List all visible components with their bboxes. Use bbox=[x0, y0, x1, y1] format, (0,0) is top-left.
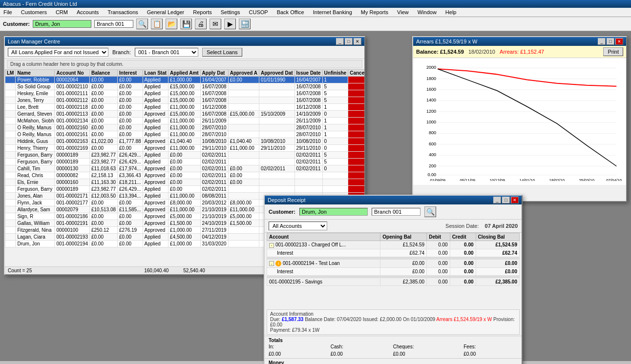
table-row[interactable]: Henry, Thierry001-00002169£0.00£0.00Appr… bbox=[5, 145, 365, 152]
table-row[interactable]: Hiddink, Guus001-00002163£1,022.00£1,777… bbox=[5, 138, 365, 145]
table-row[interactable]: Ferguson, Barry00000189£23,982.77£26,429… bbox=[5, 186, 365, 193]
back-btn[interactable]: 🔙 bbox=[239, 19, 251, 29]
col-status[interactable]: Loan Stat bbox=[143, 70, 168, 77]
deposit-accounts-row: All Accounts Session Date: 07 April 2020 bbox=[265, 220, 522, 233]
svg-text:10/12/09: 10/12/09 bbox=[489, 179, 505, 181]
collapse-icon-1[interactable]: - bbox=[269, 243, 274, 248]
totals-cash-value: £0.00 bbox=[331, 351, 385, 357]
col-account[interactable]: Account No bbox=[55, 70, 90, 77]
collapse-icon-2[interactable]: - bbox=[269, 261, 274, 266]
deposit-accounts-table: Account Opening Bal Debit Credit Closing… bbox=[267, 233, 520, 286]
table-row[interactable]: Power, Robbie00002064£0.00£0.00Applied£1… bbox=[5, 77, 365, 83]
totals-cheques-label: Cheques: bbox=[393, 344, 456, 349]
col-interest[interactable]: Interest bbox=[118, 70, 143, 77]
table-row[interactable]: Cahill, Tim00000130£11,018.63£17,974...A… bbox=[5, 165, 365, 172]
col-issue-date[interactable]: Issue Date bbox=[294, 70, 322, 77]
arrears-header: Balance: £1,524.59 18/02/2010 Arrears: £… bbox=[413, 46, 626, 58]
open-btn[interactable]: 📂 bbox=[166, 19, 177, 29]
deposit-accounts-container[interactable]: Account Opening Bal Debit Credit Closing… bbox=[265, 233, 522, 308]
branch-select[interactable]: 001 - Branch 001 bbox=[135, 48, 198, 57]
menu-crm[interactable]: CRM bbox=[54, 9, 69, 16]
menu-accounts[interactable]: Accounts bbox=[75, 9, 100, 16]
menu-cusop[interactable]: CUSOP bbox=[248, 9, 270, 16]
menu-general-ledger[interactable]: General Ledger bbox=[146, 9, 186, 16]
table-row[interactable]: 001-00002195 - Savings £2,385.00 0.00 0.… bbox=[267, 278, 520, 286]
save-btn[interactable]: 💾 bbox=[180, 19, 192, 29]
ai-arrears-value: £1,524.59/19 x W bbox=[454, 317, 492, 322]
table-row[interactable]: -!001-00002194 - Test Loan £0.00 0.00 0.… bbox=[267, 259, 520, 268]
svg-text:400: 400 bbox=[429, 152, 436, 157]
deposit-customer-input[interactable] bbox=[299, 208, 368, 216]
deposit-branch-input[interactable] bbox=[372, 208, 421, 216]
table-row[interactable]: O Reilly, Manus001-00002160£0.00£0.00App… bbox=[5, 124, 365, 131]
new-btn[interactable]: 📋 bbox=[151, 19, 163, 29]
arrears-close-btn[interactable]: ✕ bbox=[615, 38, 623, 45]
totals-fees-value: £0.00 bbox=[463, 351, 518, 357]
svg-text:05/11/09: 05/11/09 bbox=[460, 179, 475, 181]
arrears-minimize-btn[interactable]: _ bbox=[598, 38, 606, 45]
close-btn[interactable]: ✕ bbox=[354, 38, 361, 45]
menu-internet-banking[interactable]: Internet Banking bbox=[312, 9, 354, 16]
deposit-restore-btn[interactable]: □ bbox=[502, 197, 510, 203]
ai-payment-label: Payment: bbox=[270, 327, 291, 333]
ai-due-label: Due: bbox=[270, 317, 280, 322]
forward-btn[interactable]: ▶ bbox=[224, 19, 236, 29]
dep-col-credit: Credit bbox=[450, 233, 476, 241]
menu-help[interactable]: Help bbox=[444, 9, 458, 16]
ai-arrears-label: Arrears bbox=[436, 317, 452, 322]
col-apply-date[interactable]: Apply Dat bbox=[200, 70, 228, 77]
col-unfinished[interactable]: Unfinishe bbox=[322, 70, 348, 77]
menu-view[interactable]: View bbox=[396, 9, 410, 16]
branch-input[interactable] bbox=[94, 20, 133, 28]
loan-filter-select[interactable]: All Loans Applied For and not Issued bbox=[8, 48, 108, 57]
svg-text:1600: 1600 bbox=[426, 87, 436, 92]
svg-text:600: 600 bbox=[429, 142, 436, 146]
menu-settings[interactable]: Settings bbox=[219, 9, 242, 16]
email-btn[interactable]: ✉ bbox=[210, 19, 221, 29]
deposit-accounts-select[interactable]: All Accounts bbox=[269, 222, 327, 230]
menu-my-reports[interactable]: My Reports bbox=[359, 9, 390, 16]
table-row[interactable]: Els, Ernie00000160£11,163.30£18,211...Ap… bbox=[5, 179, 365, 186]
select-loans-btn[interactable]: Select Loans bbox=[202, 48, 242, 57]
table-row[interactable]: Gerrard, Steven001-00002113£0.00£0.00App… bbox=[5, 111, 365, 118]
table-row[interactable]: Jones, Terry001-00002112£0.00£0.00Applie… bbox=[5, 97, 365, 104]
menu-window[interactable]: Window bbox=[416, 9, 438, 16]
print-btn[interactable]: 🖨 bbox=[195, 19, 207, 29]
deposit-search-btn[interactable]: 🔍 bbox=[424, 206, 436, 217]
table-row[interactable]: Lee, Brett001-00002118£0.00£0.00Applied£… bbox=[5, 104, 365, 111]
branch-label: Branch: bbox=[112, 49, 131, 55]
table-row[interactable]: So Solid Group001-00002110£0.00£0.00Appl… bbox=[5, 83, 365, 90]
deposit-minimize-btn[interactable]: _ bbox=[493, 197, 501, 203]
table-row[interactable]: Heskey, Emile001-00002111£0.00£0.00Appli… bbox=[5, 90, 365, 97]
table-row[interactable]: Read, Chris00000082£2,158.13£3,366.43App… bbox=[5, 172, 365, 179]
svg-text:1400: 1400 bbox=[426, 98, 436, 102]
table-row[interactable]: Ferguson, Barry00000189£23,982.77£26,429… bbox=[5, 159, 365, 165]
menu-file[interactable]: File bbox=[2, 9, 14, 16]
menu-back-office[interactable]: Back Office bbox=[275, 9, 306, 16]
arrears-titlebar: Arrears £1,524.59/19 x W _ □ ✕ bbox=[413, 37, 626, 46]
minimize-btn[interactable]: _ bbox=[336, 38, 344, 45]
col-balance[interactable]: Balance bbox=[89, 70, 117, 77]
arrears-date: 18/02/2010 bbox=[468, 49, 495, 55]
col-lm[interactable]: LM bbox=[5, 70, 16, 77]
col-applied-amt[interactable]: Applied Amt bbox=[168, 70, 201, 77]
col-approved-a[interactable]: Approved A bbox=[228, 70, 259, 77]
ai-due-value: £1,587.33 bbox=[282, 317, 304, 322]
table-row[interactable]: O Reilly, Manus001-00002161£0.00£0.00App… bbox=[5, 131, 365, 138]
col-approved-date[interactable]: Approved Dat bbox=[259, 70, 294, 77]
table-row[interactable]: Ferguson, Barry00000189£23,982.77£26,429… bbox=[5, 152, 365, 159]
deposit-close-btn[interactable]: ✕ bbox=[511, 197, 519, 203]
menu-customers[interactable]: Customers bbox=[20, 9, 48, 16]
table-row[interactable]: McMahon, Siobhán001-00002134£0.00£0.00Ap… bbox=[5, 118, 365, 124]
menu-reports[interactable]: Reports bbox=[191, 9, 213, 16]
menu-transactions[interactable]: Transactions bbox=[106, 9, 140, 16]
arrears-restore-btn[interactable]: □ bbox=[607, 38, 614, 45]
customer-input[interactable] bbox=[33, 20, 91, 28]
table-row[interactable]: -001-00002133 - Charged Off L... £1,524.… bbox=[267, 241, 520, 249]
col-cancel[interactable]: Cance bbox=[348, 70, 364, 77]
col-name[interactable]: Name bbox=[16, 70, 55, 77]
dep-col-closing: Closing Bal bbox=[476, 233, 519, 241]
restore-btn[interactable]: □ bbox=[345, 38, 353, 45]
search-btn[interactable]: 🔍 bbox=[136, 19, 148, 29]
arrears-print-btn[interactable]: Print bbox=[603, 47, 623, 56]
